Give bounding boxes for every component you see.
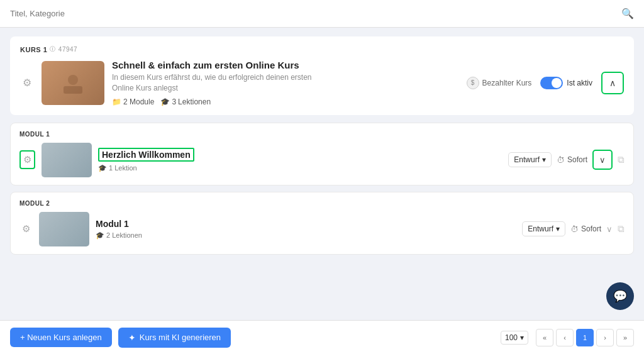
graduation-icon: 🎓 [160, 97, 170, 106]
ai-kurs-button[interactable]: ✦ Kurs mit KI generieren [118, 328, 231, 348]
modul2-sofort-label: Sofort [581, 224, 601, 233]
modul1-title: Herzlich Willkommen [98, 148, 194, 162]
kurs-thumbnail [42, 61, 104, 105]
kurs-label: KURS 1 [20, 46, 47, 53]
bezahlt-icon: $ [467, 77, 479, 89]
page-last-button[interactable]: » [616, 329, 634, 346]
aktiv-toggle[interactable]: Ist aktiv [540, 77, 592, 89]
modul1-copy-icon[interactable]: ⧉ [618, 154, 625, 165]
modul2-copy-icon[interactable]: ⧉ [618, 223, 625, 235]
main-content: KURS 1 ⓘ 47947 ⚙ Schnell & einfach zum e… [0, 28, 644, 320]
toggle-track[interactable] [540, 77, 563, 89]
modul2-thumbnail [39, 212, 89, 246]
modul1-info: Herzlich Willkommen 🎓 1 Lektion [98, 148, 502, 172]
kurs-meta: 📁 2 Module 🎓 3 Lektionen [112, 97, 459, 106]
modul1-dropdown-icon: ▾ [542, 155, 546, 164]
modul1-thumbnail [42, 143, 92, 177]
chat-bubble-button[interactable]: 💬 [606, 282, 634, 310]
add-kurs-button[interactable]: + Neuen Kurs anlegen [10, 328, 112, 347]
kurs-lektionen: 🎓 3 Lektionen [160, 97, 211, 106]
graduation-icon: 🎓 [96, 231, 104, 240]
svg-rect-1 [64, 86, 82, 94]
kurs-modules: 📁 2 Module [112, 97, 154, 106]
page-current-button[interactable]: 1 [576, 329, 594, 346]
search-bar: 🔍 [0, 0, 644, 28]
page-next-button[interactable]: › [596, 329, 614, 346]
kurs-id: 47947 [58, 46, 77, 53]
modul2-expand-icon[interactable]: ∨ [606, 224, 613, 234]
page-size-select[interactable]: 100 ▾ [501, 331, 528, 345]
aktiv-label: Ist aktiv [567, 79, 592, 87]
chat-icon: 💬 [613, 289, 627, 303]
kurs-controls: $ Bezahlter Kurs Ist aktiv ∧ [467, 72, 624, 94]
modul1-label: MODUL 1 [19, 131, 625, 138]
folder-icon: 📁 [112, 97, 121, 106]
clock-icon: ⏱ [557, 155, 565, 165]
modul2-card: MODUL 2 ⚙ Modul 1 🎓 2 Lektionen Entwurf … [10, 192, 634, 255]
page-size-chevron: ▾ [520, 333, 524, 342]
modul2-dropdown-icon: ▾ [556, 224, 560, 233]
modul1-status-label: Entwurf [514, 155, 540, 164]
clock-icon-2: ⏱ [570, 224, 579, 234]
svg-point-0 [68, 75, 78, 85]
modul1-sofort-label: Sofort [567, 155, 587, 164]
kurs-description: In diesem Kurs erfährst du, wie du erfol… [112, 72, 332, 94]
kurs-header: KURS 1 ⓘ 47947 [20, 45, 624, 53]
modul1-gear-icon[interactable]: ⚙ [19, 150, 35, 169]
modul1-meta: 🎓 1 Lektion [98, 164, 502, 172]
modul2-meta: 🎓 2 Lektionen [96, 231, 516, 240]
modul2-info: Modul 1 🎓 2 Lektionen [96, 219, 516, 240]
modul2-gear-icon[interactable]: ⚙ [19, 221, 33, 237]
chevron-up-icon: ∧ [609, 78, 616, 88]
bottom-bar: + Neuen Kurs anlegen ✦ Kurs mit KI gener… [0, 320, 644, 354]
modul2-controls: Entwurf ▾ ⏱ Sofort ∨ ⧉ [522, 221, 625, 236]
kurs-row: ⚙ Schnell & einfach zum ersten Online Ku… [20, 60, 624, 106]
bezahlt-badge: $ Bezahlter Kurs [467, 77, 532, 89]
page-first-button[interactable]: « [536, 329, 553, 346]
modul2-sofort-badge: ⏱ Sofort [570, 224, 601, 234]
kurs-title: Schnell & einfach zum ersten Online Kurs [112, 60, 459, 70]
kurs-id-icon: ⓘ [50, 45, 56, 53]
page-size-value: 100 [505, 333, 518, 342]
pagination: 100 ▾ « ‹ 1 › » [501, 329, 634, 346]
modul2-status-label: Entwurf [528, 224, 553, 233]
graduation-icon: 🎓 [98, 164, 107, 172]
modul2-status-dropdown[interactable]: Entwurf ▾ [522, 221, 565, 236]
ai-icon: ✦ [128, 333, 136, 343]
ai-btn-label: Kurs mit KI generieren [140, 333, 221, 342]
modul1-row: ⚙ Herzlich Willkommen 🎓 1 Lektion Entwur… [19, 143, 625, 177]
kurs-info: Schnell & einfach zum ersten Online Kurs… [112, 60, 459, 106]
modul1-controls: Entwurf ▾ ⏱ Sofort ∨ ⧉ [508, 150, 625, 170]
kurs-card: KURS 1 ⓘ 47947 ⚙ Schnell & einfach zum e… [10, 36, 634, 115]
modul1-expand-button[interactable]: ∨ [592, 150, 613, 170]
search-icon[interactable]: 🔍 [621, 8, 634, 19]
modul1-sofort-badge: ⏱ Sofort [557, 155, 587, 165]
modul2-title: Modul 1 [96, 219, 516, 229]
bezahlt-label: Bezahlter Kurs [482, 79, 532, 87]
modul2-label: MODUL 2 [19, 200, 625, 207]
kurs-gear-icon[interactable]: ⚙ [20, 74, 34, 91]
kurs-expand-button[interactable]: ∧ [601, 72, 624, 94]
modul1-card: MODUL 1 ⚙ Herzlich Willkommen 🎓 1 Lektio… [10, 123, 634, 185]
search-input[interactable] [10, 9, 621, 18]
chevron-down-icon: ∨ [599, 155, 606, 165]
modul1-status-dropdown[interactable]: Entwurf ▾ [508, 152, 552, 167]
page-prev-button[interactable]: ‹ [556, 329, 574, 346]
toggle-thumb [552, 78, 562, 88]
modul2-row: ⚙ Modul 1 🎓 2 Lektionen Entwurf ▾ ⏱ Sofo… [19, 212, 625, 246]
